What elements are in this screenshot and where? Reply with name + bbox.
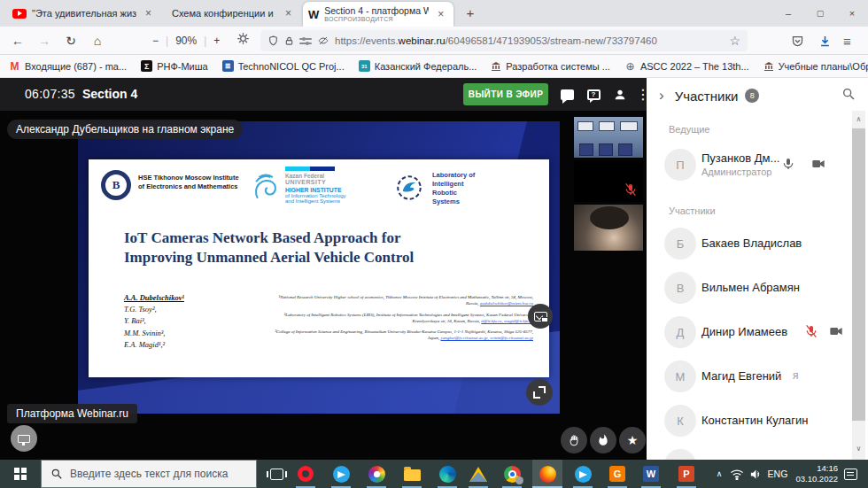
zoom-level[interactable]: 90% — [175, 35, 197, 47]
taskbar-app-edge[interactable] — [432, 460, 462, 488]
taskbar-app-paint[interactable] — [361, 460, 391, 488]
collapse-panel-icon[interactable]: › — [659, 87, 664, 105]
lock-icon[interactable] — [284, 35, 294, 47]
participant-row[interactable]: К Константин Кулагин — [647, 405, 852, 444]
reactions-fire-button[interactable] — [590, 427, 616, 453]
search-placeholder: Введите здесь текст для поиска — [70, 468, 228, 480]
zoom-in-button[interactable]: + — [213, 35, 220, 47]
pocket-icon[interactable] — [791, 31, 804, 50]
chat-icon[interactable] — [558, 86, 576, 104]
picture-in-picture-button[interactable] — [528, 304, 553, 329]
clock[interactable]: 14:1603.10.2022 — [792, 460, 838, 488]
task-view-button[interactable] — [261, 460, 291, 488]
taskbar-app-word[interactable]: W — [636, 460, 666, 488]
tab-webinar-active[interactable]: W Section 4 - платформа Webinar ВОСПРОИЗ… — [303, 2, 453, 27]
video-thumbnail-camera-off[interactable] — [574, 160, 643, 202]
forward-icon[interactable]: → — [34, 31, 55, 50]
tab-close-icon[interactable]: × — [145, 7, 151, 19]
scrollbar-thumb[interactable] — [852, 128, 865, 421]
participant-row-host[interactable]: П Пузанков Дм... Администратор — [647, 149, 852, 188]
window-minimize-button[interactable]: – — [772, 0, 804, 27]
muted-mic-icon[interactable] — [804, 324, 820, 340]
participant-row[interactable]: Б Бакаев Владислав — [647, 228, 852, 267]
participants-count-badge: 8 — [745, 89, 759, 103]
mic-icon[interactable] — [781, 157, 797, 173]
screen-share-video[interactable]: В HSE Tikhonov Moscow Institute of Elect… — [78, 121, 560, 414]
fullscreen-button[interactable] — [526, 379, 553, 406]
home-icon[interactable]: ⌂ — [87, 31, 108, 50]
gear-icon[interactable] — [232, 31, 253, 50]
taskbar-app-powerpoint[interactable]: P — [671, 460, 701, 488]
bookmark-rnf[interactable]: ΣРНФ-Миша — [141, 60, 208, 72]
tab-youtube[interactable]: "Эта удивительная жизнь" - Po × — [7, 0, 159, 27]
taskbar-search-input[interactable]: Введите здесь текст для поиска — [41, 460, 257, 488]
taskbar-app-telegram[interactable] — [326, 460, 356, 488]
reload-icon[interactable]: ↻ — [60, 31, 81, 50]
url-text[interactable]: https://events.webinar.ru/60496581/47193… — [335, 35, 724, 46]
permissions-icon[interactable] — [299, 36, 312, 45]
video-thumbnail-lab-room[interactable] — [574, 117, 643, 158]
tracking-shield-icon[interactable] — [267, 35, 279, 47]
avatar: Д — [664, 316, 696, 348]
screen-share-button[interactable] — [11, 425, 37, 452]
participant-row-partial[interactable] — [647, 449, 852, 460]
start-button[interactable] — [0, 460, 41, 488]
new-tab-button[interactable]: + — [461, 4, 480, 23]
slide-title: IoT Cameras Network Based Approach for I… — [124, 229, 514, 267]
raise-hand-button[interactable] — [561, 427, 587, 453]
camera-blocked-icon[interactable] — [317, 35, 329, 46]
g-app-icon: G — [609, 466, 625, 482]
taskbar-app-explorer[interactable] — [397, 460, 427, 488]
scroll-up-icon[interactable]: ∧ — [852, 113, 865, 126]
taskbar-app-drive[interactable] — [463, 460, 493, 488]
bookmark-kfu[interactable]: 31Казанский Федераль... — [359, 60, 477, 72]
action-center-icon[interactable] — [841, 460, 859, 488]
bookmark-technonicol[interactable]: ≣TechnoNICOL QC Proj... — [222, 60, 345, 72]
camera-icon[interactable] — [810, 157, 826, 173]
tab-scheme[interactable]: Схема конфиренции и онлайн × — [167, 0, 301, 27]
wifi-icon[interactable] — [728, 460, 746, 488]
taskbar-app-firefox-active[interactable] — [532, 460, 562, 488]
avatar: Б — [664, 228, 696, 259]
bookmark-razrabotka[interactable]: Разработка системы ... — [491, 61, 610, 72]
participants-title: Участники — [675, 89, 739, 104]
taskbar-app-g[interactable]: G — [602, 460, 632, 488]
taskbar-app-chrome[interactable] — [497, 460, 527, 488]
calendar-31-icon: 31 — [359, 60, 370, 72]
bookmark-plans[interactable]: Учебные планы\Обр... — [763, 61, 868, 72]
video-thumbnail-person[interactable] — [574, 205, 643, 251]
camera-icon[interactable] — [828, 324, 844, 340]
tab-title: Схема конфиренции и онлайн — [172, 8, 276, 19]
url-bar[interactable]: https://events.webinar.ru/60496581/47193… — [260, 30, 748, 51]
globe-icon: ⊕ — [624, 60, 636, 72]
bookmark-star-icon[interactable]: ☆ — [729, 34, 740, 48]
search-icon — [50, 468, 63, 480]
taskbar-app-telegram-2[interactable] — [568, 460, 598, 488]
window-close-button[interactable]: × — [836, 0, 868, 27]
participant-row[interactable]: Д Динир Имамеев — [647, 316, 852, 355]
menu-icon[interactable]: ≡ — [843, 31, 851, 50]
zoom-out-button[interactable]: − — [152, 35, 159, 47]
back-icon[interactable]: ← — [7, 31, 28, 50]
participant-name: Вильмен Абрамян — [701, 281, 800, 294]
search-icon[interactable] — [841, 87, 856, 105]
tab-close-icon[interactable]: × — [438, 8, 444, 20]
bookmark-ascc[interactable]: ⊕ASCC 2022 – The 13th... — [624, 60, 749, 72]
window-maximize-button[interactable]: ▢ — [804, 0, 836, 27]
windows-logo-icon — [14, 468, 27, 480]
bookmark-gmail[interactable]: MВходящие (687) - ma... — [9, 60, 127, 72]
language-indicator[interactable]: ENG — [765, 460, 790, 488]
reactions-star-button[interactable]: ★ — [619, 427, 646, 453]
scroll-down-icon[interactable]: ∨ — [852, 443, 865, 455]
downloads-icon[interactable] — [818, 31, 832, 50]
tray-chevron-icon[interactable]: ∧ — [712, 460, 726, 488]
tab-close-icon[interactable]: × — [285, 7, 291, 19]
go-live-button[interactable]: ВЫЙТИ В ЭФИР — [463, 83, 548, 105]
volume-icon[interactable] — [747, 460, 764, 488]
participant-row[interactable]: М Магид Евгений я — [647, 360, 852, 399]
questions-icon[interactable]: ? — [585, 86, 602, 104]
chrome-icon — [504, 466, 521, 483]
participant-row[interactable]: В Вильмен Абрамян — [647, 272, 852, 311]
participants-icon[interactable] — [611, 86, 629, 104]
taskbar-app-opera[interactable] — [291, 460, 321, 488]
